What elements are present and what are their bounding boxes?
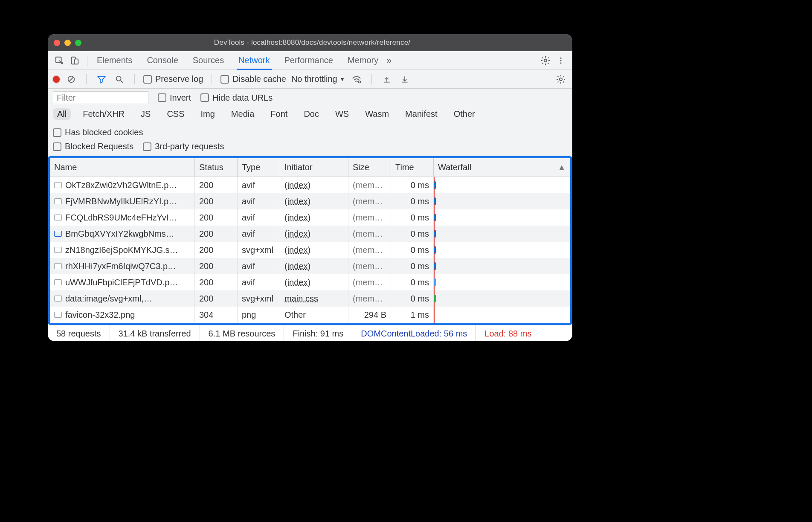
- minimize-window-button[interactable]: [64, 40, 71, 46]
- separator: [87, 55, 87, 66]
- tab-console[interactable]: Console: [145, 51, 180, 70]
- settings-gear-icon[interactable]: [539, 54, 552, 67]
- tab-network[interactable]: Network: [237, 51, 271, 70]
- filter-type-js[interactable]: JS: [136, 108, 155, 120]
- zoom-window-button[interactable]: [75, 40, 81, 46]
- filter-input[interactable]: [53, 91, 148, 104]
- request-name: data:image/svg+xml,…: [65, 294, 152, 304]
- cell-type: avif: [238, 209, 280, 226]
- initiator-link[interactable]: (index): [284, 197, 310, 206]
- col-waterfall[interactable]: Waterfall▲: [434, 158, 570, 177]
- separator: [212, 74, 212, 84]
- col-status[interactable]: Status: [195, 158, 238, 177]
- has-blocked-cookies-checkbox[interactable]: Has blocked cookies: [53, 128, 143, 137]
- tab-sources[interactable]: Sources: [191, 51, 226, 70]
- file-type-icon: [54, 182, 62, 188]
- filter-type-manifest[interactable]: Manifest: [401, 108, 442, 120]
- third-party-checkbox[interactable]: 3rd-party requests: [143, 142, 224, 151]
- status-domcontentloaded: DOMContentLoaded: 56 ms: [352, 325, 476, 341]
- svg-point-3: [544, 59, 547, 61]
- initiator-link[interactable]: (index): [284, 180, 310, 190]
- device-toolbar-icon[interactable]: [68, 54, 81, 67]
- cell-time: 0 ms: [391, 258, 434, 274]
- table-row[interactable]: BmGbqXVYxIY2kwgbNms…200avif(index)(mem…0…: [50, 226, 570, 242]
- cell-size: (mem…: [348, 258, 391, 274]
- filter-type-img[interactable]: Img: [197, 108, 219, 120]
- svg-point-4: [560, 57, 561, 58]
- filter-type-other[interactable]: Other: [450, 108, 479, 120]
- inspect-element-icon[interactable]: [53, 54, 66, 67]
- kebab-menu-icon[interactable]: [554, 54, 567, 67]
- tab-performance[interactable]: Performance: [283, 51, 335, 70]
- status-bar: 58 requests 31.4 kB transferred 6.1 MB r…: [48, 325, 572, 341]
- initiator-link[interactable]: (index): [284, 261, 310, 271]
- waterfall-segment: [434, 197, 436, 205]
- table-row[interactable]: zN18ngzI6ejSpoKMYKJG.s…200svg+xml(index)…: [50, 242, 570, 258]
- filter-type-fetch-xhr[interactable]: Fetch/XHR: [78, 108, 129, 120]
- cell-time: 0 ms: [391, 274, 434, 290]
- cell-status: 200: [195, 209, 238, 226]
- filter-type-css[interactable]: CSS: [162, 108, 188, 120]
- col-initiator[interactable]: Initiator: [280, 158, 348, 177]
- col-name[interactable]: Name: [50, 158, 195, 177]
- cell-initiator: main.css: [280, 290, 348, 307]
- hide-data-urls-checkbox[interactable]: Hide data URLs: [200, 93, 273, 103]
- blocked-requests-checkbox[interactable]: Blocked Requests: [53, 142, 133, 151]
- filter-type-wasm[interactable]: Wasm: [361, 108, 393, 120]
- requests-table: NameStatusTypeInitiatorSizeTimeWaterfall…: [48, 156, 572, 325]
- table-header: NameStatusTypeInitiatorSizeTimeWaterfall…: [50, 158, 570, 177]
- svg-point-6: [560, 62, 561, 64]
- initiator-link[interactable]: (index): [284, 245, 310, 255]
- network-conditions-icon[interactable]: [350, 73, 363, 86]
- status-load: Load: 88 ms: [476, 325, 540, 341]
- disable-cache-label: Disable cache: [232, 74, 286, 84]
- svg-point-12: [560, 78, 562, 80]
- cell-size: (mem…: [348, 193, 391, 209]
- sort-asc-icon: ▲: [557, 162, 566, 172]
- throttling-select[interactable]: No throttling ▼: [291, 74, 345, 84]
- import-har-icon[interactable]: [380, 73, 393, 86]
- col-time[interactable]: Time: [391, 158, 434, 177]
- disable-cache-checkbox[interactable]: Disable cache: [220, 74, 286, 84]
- cell-waterfall: [434, 177, 570, 193]
- initiator-link[interactable]: (index): [284, 278, 310, 287]
- network-settings-gear-icon[interactable]: [554, 73, 567, 86]
- export-har-icon[interactable]: [398, 73, 411, 86]
- filter-type-doc[interactable]: Doc: [299, 108, 323, 120]
- cell-status: 200: [195, 242, 238, 258]
- cell-type: png: [238, 307, 280, 323]
- initiator-link[interactable]: main.css: [284, 294, 318, 304]
- preserve-log-checkbox[interactable]: Preserve log: [143, 74, 203, 84]
- more-tabs-icon[interactable]: »: [383, 54, 395, 67]
- filter-type-font[interactable]: Font: [266, 108, 292, 120]
- table-row[interactable]: uWWJfuFbpiClEFjPTdVD.p…200avif(index)(me…: [50, 274, 570, 290]
- filter-icon[interactable]: [95, 73, 108, 86]
- table-row[interactable]: OkTz8xZwi0zVh2GWltnE.p…200avif(index)(me…: [50, 177, 570, 193]
- table-row[interactable]: FCQLdbRS9UMc4eFHzYvI…200avif(index)(mem……: [50, 209, 570, 226]
- filter-type-all[interactable]: All: [53, 108, 71, 120]
- invert-checkbox[interactable]: Invert: [158, 93, 191, 103]
- col-type[interactable]: Type: [238, 158, 280, 177]
- status-requests: 58 requests: [48, 325, 110, 341]
- search-icon[interactable]: [113, 73, 126, 86]
- table-row[interactable]: FjVMRBNwMyIlkUElRzYI.p…200avif(index)(me…: [50, 193, 570, 209]
- waterfall-segment: [434, 246, 436, 254]
- table-row[interactable]: rhXHHi7yxFm6IqiwQ7C3.p…200avif(index)(me…: [50, 258, 570, 274]
- tab-elements[interactable]: Elements: [95, 51, 134, 70]
- col-size[interactable]: Size: [348, 158, 391, 177]
- cell-waterfall: [434, 193, 570, 209]
- clear-icon[interactable]: [65, 73, 78, 86]
- table-row[interactable]: favicon-32x32.png304pngOther294 B1 ms: [50, 307, 570, 323]
- file-type-icon: [54, 215, 62, 220]
- file-type-icon: [54, 296, 62, 302]
- tab-memory[interactable]: Memory: [346, 51, 380, 70]
- cell-status: 200: [195, 274, 238, 290]
- close-window-button[interactable]: [54, 40, 60, 46]
- table-body: OkTz8xZwi0zVh2GWltnE.p…200avif(index)(me…: [50, 177, 570, 323]
- table-row[interactable]: data:image/svg+xml,…200svg+xmlmain.css(m…: [50, 290, 570, 307]
- filter-type-media[interactable]: Media: [227, 108, 258, 120]
- record-button[interactable]: [53, 76, 60, 83]
- filter-type-ws[interactable]: WS: [331, 108, 353, 120]
- initiator-link[interactable]: (index): [284, 213, 310, 223]
- initiator-link[interactable]: (index): [284, 229, 310, 239]
